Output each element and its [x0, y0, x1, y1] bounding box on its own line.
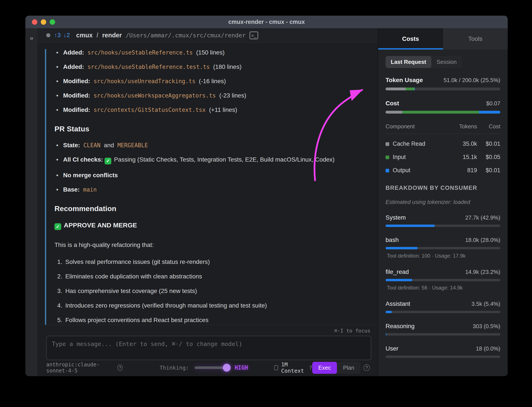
- title-bar: cmux-render - cmux - cmux: [25, 16, 508, 28]
- consumer-row-file-read: file_read 14.9k (23.2%) Tool definition:…: [386, 268, 500, 291]
- cost-bar: [386, 111, 500, 114]
- git-behind-count: ↓2: [64, 32, 70, 39]
- cache-read-swatch-icon: [386, 142, 389, 146]
- mode-switch: Exec Plan ?: [312, 362, 370, 374]
- left-rail: »: [25, 28, 38, 376]
- list-item: Modified: src/contexts/GitStatusContext.…: [54, 106, 365, 113]
- assistant-message: Added: src/hooks/useStableReference.ts (…: [45, 49, 378, 325]
- file-path: src/hooks/useWorkspaceAggregators.ts: [93, 92, 216, 99]
- consumer-row-bash: bash 18.0k (28.0%) Tool definition: 100 …: [386, 236, 500, 259]
- output-segment: [414, 87, 415, 90]
- list-item: Modified: src/hooks/useWorkspaceAggregat…: [54, 92, 365, 99]
- token-usage-label: Token Usage: [386, 77, 423, 84]
- list-item: Base: main: [54, 186, 365, 193]
- sidebar-tabs: Costs Tools: [378, 28, 508, 49]
- list-item: Follows project conventions and React be…: [64, 317, 365, 324]
- focus-shortcut-hint: ⌘·I to focus: [46, 327, 371, 336]
- status-dot-icon: [46, 33, 50, 37]
- list-item: Added: src/hooks/useStableReference.ts (…: [54, 49, 365, 56]
- token-usage-bar: [386, 87, 500, 90]
- cache-read-segment: [386, 111, 402, 114]
- changed-files-list: Added: src/hooks/useStableReference.ts (…: [54, 49, 365, 113]
- list-item: All CI checks: ✓Passing (Static Checks, …: [54, 156, 365, 164]
- tab-tools[interactable]: Tools: [443, 28, 508, 49]
- model-name[interactable]: anthropic:claude-sonnet-4-5: [46, 362, 114, 374]
- thinking-slider-knob[interactable]: [223, 364, 231, 372]
- verdict-line: ✓APPROVE AND MERGE: [54, 221, 365, 230]
- git-ahead-count: ↑3: [54, 32, 61, 39]
- message-input[interactable]: [52, 341, 365, 355]
- breadcrumb-separator: /: [97, 32, 98, 39]
- pr-status-heading: PR Status: [54, 125, 365, 133]
- thinking-level-badge: HIGH: [235, 364, 248, 371]
- costs-content: Last Request Session Token Usage 51.0k /…: [378, 49, 508, 376]
- cache-read-segment: [386, 87, 406, 90]
- table-row: Input 15.1k $0.05: [386, 147, 500, 160]
- list-item: Eliminates code duplication with clean a…: [64, 273, 365, 280]
- file-path: src/hooks/useStableReference.test.ts: [87, 64, 210, 70]
- list-item: Solves real performance issues (git stat…: [64, 258, 365, 265]
- desktop: cmux-render - cmux - cmux » ↑3 ↓2 cmux /…: [0, 0, 532, 407]
- scope-last-request[interactable]: Last Request: [386, 56, 431, 68]
- thinking-slider[interactable]: [195, 366, 227, 369]
- costs-sidebar: Costs Tools Last Request Session Token U…: [378, 28, 508, 376]
- cost-label: Cost: [386, 100, 399, 107]
- scope-toggle: Last Request Session: [386, 56, 462, 68]
- recommendation-points: Solves real performance issues (git stat…: [64, 258, 365, 324]
- pr-status-list: State: CLEAN and MERGEABLE All CI checks…: [54, 142, 365, 193]
- recommendation-heading: Recommendation: [54, 204, 365, 213]
- message-scroll-area[interactable]: Added: src/hooks/useStableReference.ts (…: [38, 43, 378, 325]
- chat-panel: ↑3 ↓2 cmux / render /Users/ammar/.cmux/s…: [38, 28, 378, 376]
- list-item: Has comprehensive test coverage (25 new …: [64, 288, 365, 295]
- mode-help-icon[interactable]: ?: [363, 364, 370, 371]
- exec-mode-button[interactable]: Exec: [312, 362, 337, 374]
- thinking-control: Thinking: HIGH: [160, 364, 248, 371]
- recommendation-intro: This is a high-quality refactoring that:: [54, 240, 365, 250]
- cost-value: $0.07: [486, 100, 500, 107]
- tokenizer-note: Estimated using tokenizer: loaded: [386, 199, 500, 205]
- file-path: src/hooks/useStableReference.ts: [87, 49, 193, 56]
- list-item: State: CLEAN and MERGEABLE: [54, 142, 365, 149]
- message-input-box[interactable]: [46, 336, 371, 360]
- workspace-toolbar: ↑3 ↓2 cmux / render /Users/ammar/.cmux/s…: [38, 28, 378, 43]
- output-swatch-icon: [386, 169, 389, 172]
- context-checkbox[interactable]: [274, 365, 278, 370]
- token-usage-value: 51.0k / 200.0k (25.5%): [443, 77, 500, 84]
- input-swatch-icon: [386, 156, 389, 159]
- branch-name[interactable]: render: [102, 32, 122, 39]
- consumer-row-user: User 18 (0.0%): [386, 345, 500, 358]
- breakdown-heading: BREAKDOWN BY CONSUMER: [386, 185, 500, 191]
- context-help-icon[interactable]: ?: [309, 365, 312, 371]
- input-segment: [406, 87, 414, 90]
- output-segment: [479, 111, 500, 114]
- consumer-row-assistant: Assistant 3.5k (5.4%): [386, 300, 500, 313]
- list-item: No merge conflicts: [54, 172, 365, 179]
- scope-session[interactable]: Session: [431, 56, 462, 68]
- file-path: src/contexts/GitStatusContext.tsx: [93, 107, 206, 113]
- context-toggle-group: 1M Context ?: [274, 361, 312, 374]
- composer-bar: anthropic:claude-sonnet-4-5 ? Thinking: …: [46, 360, 371, 376]
- composer: ⌘·I to focus anthropic:claude-sonnet-4-5…: [38, 325, 378, 376]
- tab-costs[interactable]: Costs: [378, 28, 443, 49]
- check-icon: ✓: [54, 223, 61, 230]
- thinking-label: Thinking:: [160, 365, 189, 371]
- component-table: Component Tokens Cost Cache Read 35.0k $…: [386, 123, 500, 174]
- window-title: cmux-render - cmux - cmux: [25, 19, 508, 25]
- check-icon: ✓: [105, 158, 111, 164]
- list-item: Modified: src/hooks/useUnreadTracking.ts…: [54, 78, 365, 85]
- workspace-path: /Users/ammar/.cmux/src/cmux/render: [126, 32, 246, 39]
- plan-mode-button[interactable]: Plan: [337, 362, 360, 374]
- file-path: src/hooks/useUnreadTracking.ts: [93, 78, 196, 85]
- list-item: Added: src/hooks/useStableReference.test…: [54, 63, 365, 70]
- list-item: Introduces zero regressions (verified th…: [64, 302, 365, 309]
- consumer-row-system: System 27.7k (42.9%): [386, 214, 500, 227]
- model-help-icon[interactable]: ?: [117, 364, 123, 371]
- input-segment: [402, 111, 479, 114]
- app-window: cmux-render - cmux - cmux » ↑3 ↓2 cmux /…: [25, 16, 508, 376]
- table-row: Output 819 $0.01: [386, 160, 500, 174]
- expand-sidebar-icon[interactable]: »: [30, 35, 33, 376]
- table-row: Cache Read 35.0k $0.01: [386, 134, 500, 148]
- open-terminal-icon[interactable]: >_: [250, 31, 258, 39]
- project-name[interactable]: cmux: [76, 32, 93, 39]
- context-label: 1M Context: [281, 361, 305, 374]
